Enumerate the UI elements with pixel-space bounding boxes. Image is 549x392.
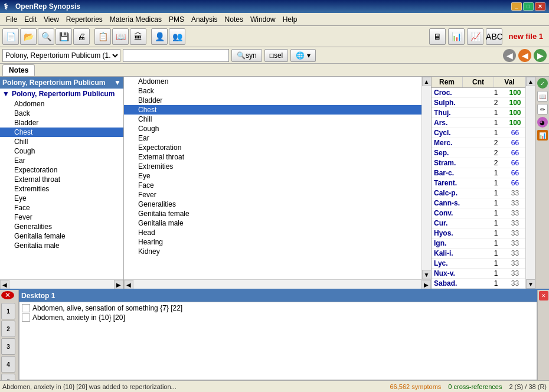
desktop-item-0[interactable]: Abdomen, alive, sensation of something {… — [21, 303, 535, 313]
maximize-button[interactable]: □ — [523, 2, 534, 11]
mid-item-kidney[interactable]: Kidney — [124, 247, 421, 256]
mid-item-back[interactable]: Back — [124, 86, 421, 96]
mid-item-expectoration[interactable]: Expectoration — [124, 143, 421, 152]
remedy-row[interactable]: Sabad. 1 33 — [432, 279, 525, 289]
mid-item-chill[interactable]: Chill — [124, 115, 421, 124]
mid-vscroll-up[interactable]: ▲ — [422, 77, 432, 86]
sel-button[interactable]: □ sel — [264, 49, 289, 62]
mid-item-cough[interactable]: Cough — [124, 124, 421, 133]
library-button[interactable]: 🏛 — [130, 28, 146, 45]
person-button[interactable]: 👤 — [151, 28, 168, 45]
remedy-row[interactable]: Sulph. 2 100 — [432, 98, 525, 108]
left-item-cough[interactable]: Cough — [0, 146, 123, 156]
side-btn-2[interactable]: 2 — [1, 321, 15, 337]
mid-vscroll-down[interactable]: ▼ — [422, 270, 432, 279]
mid-item-genitalia-male[interactable]: Genitalia male — [124, 218, 421, 228]
right-vscroll-up[interactable]: ▲ — [526, 77, 535, 86]
middle-hscroll[interactable]: ◀ ▶ — [124, 279, 431, 289]
remedy-row[interactable]: Hyos. 1 33 — [432, 228, 525, 239]
menu-pms[interactable]: PMS — [165, 14, 188, 25]
forward-button[interactable]: ◀ — [518, 49, 531, 62]
middle-vscroll[interactable]: ▲ ▼ — [421, 77, 431, 279]
print-button[interactable]: 🖨 — [73, 28, 90, 45]
left-item-genitalia-female[interactable]: Genitalia female — [0, 231, 123, 241]
mid-vscroll-track[interactable] — [422, 86, 431, 270]
hscroll-track[interactable] — [9, 280, 114, 289]
search-icon-button[interactable]: 🔍 syn — [231, 49, 262, 62]
mid-item-head[interactable]: Head — [124, 228, 421, 237]
remedy-row[interactable]: Conv. 1 33 — [432, 208, 525, 218]
close-button[interactable]: ✕ — [535, 2, 545, 11]
bottom-action-1[interactable]: ✕ — [539, 291, 548, 300]
mid-item-extremities[interactable]: Extremities — [124, 162, 421, 171]
left-item-eye[interactable]: Eye — [0, 194, 123, 203]
left-item-external-throat[interactable]: External throat — [0, 175, 123, 184]
left-item-expectoration[interactable]: Expectoration — [0, 165, 123, 175]
menu-notes[interactable]: Notes — [221, 14, 247, 25]
chart-button[interactable]: 📊 — [448, 28, 465, 45]
desktop-item-1[interactable]: Abdomen, anxiety in {10} [20] — [21, 313, 535, 322]
menu-help[interactable]: Help — [279, 14, 301, 25]
left-item-generalities[interactable]: Generalities — [0, 222, 123, 231]
remedy-row[interactable]: Cann-s. 1 33 — [432, 198, 525, 208]
remedy-row[interactable]: Ign. 1 33 — [432, 239, 525, 249]
mid-item-ear[interactable]: Ear — [124, 133, 421, 143]
mid-hscroll-left[interactable]: ◀ — [124, 280, 133, 289]
spell-button[interactable]: ABC — [486, 28, 502, 45]
mid-item-fever[interactable]: Fever — [124, 190, 421, 200]
right-vscroll-track[interactable] — [526, 86, 535, 279]
remedy-row[interactable]: Lyc. 1 33 — [432, 259, 525, 269]
menu-file[interactable]: File — [2, 14, 21, 25]
remedy-row[interactable]: Calc-p. 1 33 — [432, 188, 525, 198]
search-input[interactable] — [123, 49, 229, 62]
mid-hscroll-track[interactable] — [133, 280, 421, 289]
remedy-row[interactable]: Nux-v. 1 33 — [432, 269, 525, 279]
menu-window[interactable]: Window — [247, 14, 279, 25]
tree-root-item[interactable]: ▼ Polony, Repertorium Publicum — [0, 89, 123, 99]
save-button[interactable]: 💾 — [55, 28, 72, 45]
mid-item-chest[interactable]: Chest — [124, 105, 421, 115]
left-item-face[interactable]: Face — [0, 203, 123, 213]
remedy-row[interactable]: Sep. 2 66 — [432, 148, 525, 158]
remedy-row[interactable]: Cur. 1 33 — [432, 218, 525, 228]
bar-chart-button[interactable]: 📈 — [467, 28, 483, 45]
remedy-row[interactable]: Stram. 2 66 — [432, 158, 525, 168]
search-toolbar-button[interactable]: 🔍 — [38, 28, 54, 45]
person-add-button[interactable]: 👥 — [169, 28, 185, 45]
left-item-chest[interactable]: Chest — [0, 128, 123, 137]
back-button[interactable]: ◀ — [503, 49, 516, 62]
right-vscroll-down[interactable]: ▼ — [526, 279, 535, 289]
side-btn-3[interactable]: 3 — [1, 338, 15, 355]
left-hscroll[interactable]: ◀ ▶ — [0, 279, 123, 289]
menu-analysis[interactable]: Analysis — [188, 14, 221, 25]
menu-repertories[interactable]: Repertories — [63, 14, 106, 25]
mid-hscroll-right[interactable]: ▶ — [421, 280, 431, 289]
left-item-genitalia-male[interactable]: Genitalia male — [0, 241, 123, 250]
mid-item-hearing[interactable]: Hearing — [124, 237, 421, 247]
repertory-select[interactable]: Polony, Repertorium Publicum (1.0) — [2, 49, 120, 62]
action-book-icon[interactable]: 📖 — [537, 91, 548, 102]
expand-icon[interactable]: ▼ — [114, 79, 121, 87]
monitor-button[interactable]: 🖥 — [429, 28, 446, 45]
left-item-fever[interactable]: Fever — [0, 213, 123, 222]
menu-materia[interactable]: Materia Medicas — [106, 14, 165, 25]
hscroll-left-btn[interactable]: ◀ — [0, 280, 9, 289]
remedy-row[interactable]: Croc. 1 100 — [432, 88, 525, 98]
remedy-row[interactable]: Thuj. 1 100 — [432, 108, 525, 118]
action-pie-icon[interactable]: ◕ — [537, 117, 548, 128]
play-button[interactable]: ▶ — [534, 49, 547, 62]
left-item-bladder[interactable]: Bladder — [0, 118, 123, 128]
mid-item-bladder[interactable]: Bladder — [124, 96, 421, 105]
left-item-ear[interactable]: Ear — [0, 156, 123, 165]
menu-view[interactable]: View — [40, 14, 63, 25]
right-vscroll[interactable]: ▲ ▼ — [525, 77, 535, 289]
action-pencil-icon[interactable]: ✏ — [537, 104, 548, 115]
menu-edit[interactable]: Edit — [21, 14, 40, 25]
action-chart-icon[interactable]: 📊 — [537, 130, 548, 141]
left-item-extremities[interactable]: Extremities — [0, 184, 123, 194]
mid-item-eye[interactable]: Eye — [124, 171, 421, 181]
close-bottom-button[interactable]: ✕ — [1, 291, 14, 299]
left-item-back[interactable]: Back — [0, 109, 123, 118]
remedy-row[interactable]: Tarent. 1 66 — [432, 178, 525, 188]
remedy-row[interactable]: Ars. 1 100 — [432, 118, 525, 128]
